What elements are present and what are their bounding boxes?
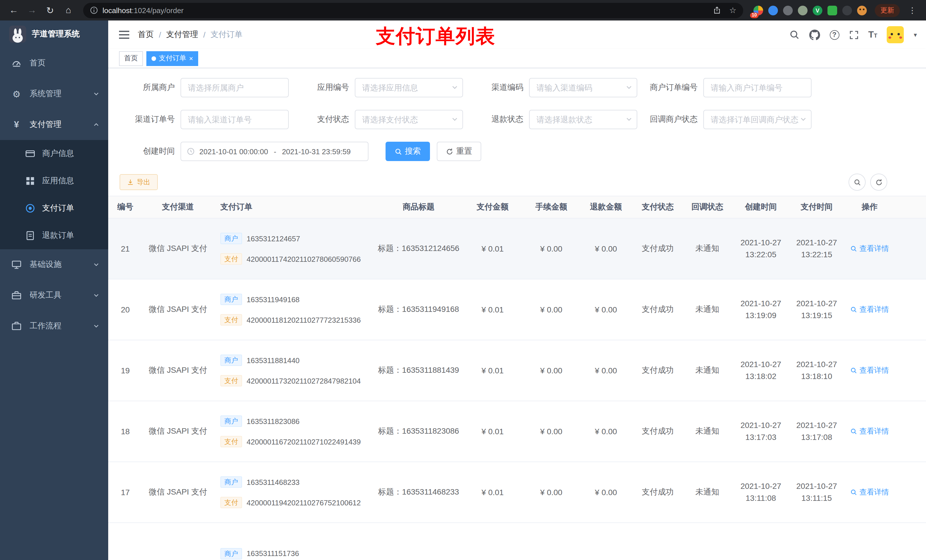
search-button[interactable]: 搜索 <box>386 142 430 161</box>
sidebar-item-system[interactable]: ⚙ 系统管理 <box>0 78 108 109</box>
refresh-table-button[interactable] <box>870 174 887 191</box>
hamburger-icon[interactable] <box>118 29 130 41</box>
user-avatar[interactable] <box>887 26 904 43</box>
view-detail-link[interactable]: 查看详情 <box>850 305 889 315</box>
filter-label: 创建时间 <box>123 146 180 157</box>
pay-time-cell: 2021-10-2713:17:08 <box>789 401 844 462</box>
view-detail-label: 查看详情 <box>859 244 889 254</box>
caret-down-icon[interactable]: ▾ <box>914 31 917 38</box>
extension-icon[interactable] <box>798 5 808 15</box>
browser-back-icon[interactable]: ← <box>6 2 22 18</box>
sidebar-item-pay-order[interactable]: 支付订单 <box>0 195 108 222</box>
create-time-cell: 2021-10-2713:11:08 <box>732 462 789 522</box>
sidebar-item-infrastructure[interactable]: 基础设施 <box>0 249 108 280</box>
sidebar-item-dev-tools[interactable]: 研发工具 <box>0 280 108 311</box>
channel-code-select[interactable] <box>529 78 637 97</box>
github-icon[interactable] <box>809 29 820 40</box>
share-icon[interactable] <box>713 6 721 14</box>
browser-menu-icon[interactable]: ⋮ <box>904 2 920 18</box>
merchant-order-no: 1635311949168 <box>247 295 300 303</box>
site-info-icon[interactable] <box>90 6 98 14</box>
sidebar-item-label: 支付订单 <box>42 203 74 213</box>
help-icon[interactable]: ? <box>829 30 839 39</box>
extension-icon[interactable]: 10 <box>754 5 763 15</box>
merchant-order-no-input[interactable] <box>703 78 811 97</box>
channel-order-no-input[interactable] <box>180 110 289 129</box>
col-header-notify: 回调状态 <box>682 196 732 218</box>
breadcrumb-item[interactable]: 首页 <box>138 30 154 40</box>
sidebar-item-home[interactable]: 首页 <box>0 48 108 78</box>
hide-search-button[interactable] <box>849 174 865 191</box>
url-bar[interactable]: localhost:1024/pay/order ☆ <box>83 3 743 18</box>
sidebar-item-merchant-info[interactable]: 商户信息 <box>0 140 108 167</box>
extension-icon[interactable] <box>783 5 793 15</box>
extension-icon[interactable] <box>768 5 778 15</box>
view-detail-link[interactable]: 查看详情 <box>850 365 889 376</box>
refund-amount: ¥ 0.00 <box>579 279 633 340</box>
actions-cell: 查看详情 <box>844 340 895 401</box>
view-detail-link[interactable]: 查看详情 <box>850 244 889 254</box>
extension-icon[interactable] <box>828 5 837 15</box>
pay-tag: 支付 <box>220 436 242 447</box>
url-host: localhost <box>103 6 132 15</box>
actions-cell: 查看详情 <box>844 279 895 340</box>
view-detail-link[interactable]: 查看详情 <box>850 426 889 436</box>
create-time-cell: 2021-10-2713:17:03 <box>732 401 789 462</box>
pay-date: 2021-10-27 <box>796 480 837 492</box>
product-title: 标题：1635311949168 <box>376 279 461 340</box>
pay-order-cell: 商户1635311881440 支付4200001173202110272847… <box>213 340 376 401</box>
export-button[interactable]: 导出 <box>120 174 158 190</box>
pay-channel: 微信 JSAPI 支付 <box>142 279 213 340</box>
sidebar-item-app-info[interactable]: 应用信息 <box>0 167 108 195</box>
browser-home-icon[interactable]: ⌂ <box>61 2 76 18</box>
extension-icon[interactable]: V <box>813 5 822 15</box>
date-end: 2021-10-31 23:59:59 <box>282 147 351 155</box>
bookmark-star-icon[interactable]: ☆ <box>729 6 736 15</box>
pay-time: 13:11:15 <box>796 492 837 504</box>
search-icon[interactable] <box>789 30 799 40</box>
table-header: 编号 支付渠道 支付订单 商品标题 支付金额 手续金额 退款金额 支付状态 回调… <box>108 196 926 219</box>
pay-status-select[interactable] <box>355 110 463 129</box>
notify-status: 未通知 <box>682 279 732 340</box>
view-detail-link[interactable]: 查看详情 <box>850 487 889 497</box>
owner-merchant-input[interactable] <box>180 78 289 97</box>
target-circle-icon <box>25 203 35 213</box>
reset-button[interactable]: 重置 <box>437 142 481 161</box>
create-time-range-picker[interactable]: 2021-10-01 00:00:00 - 2021-10-31 23:59:5… <box>180 142 368 161</box>
briefcase-icon <box>11 321 22 331</box>
col-header-pay-order: 支付订单 <box>213 196 376 218</box>
sidebar-item-workflow[interactable]: 工作流程 <box>0 311 108 341</box>
extension-icon[interactable] <box>842 5 852 15</box>
pay-tag: 支付 <box>220 497 242 508</box>
pay-channel: 微信 JSAPI 支付 <box>142 401 213 462</box>
app-no-select[interactable] <box>355 78 463 97</box>
document-icon <box>25 231 35 241</box>
browser-forward-icon[interactable]: → <box>24 2 40 18</box>
breadcrumb-item[interactable]: 支付管理 <box>166 30 198 40</box>
create-date: 2021-10-27 <box>740 237 781 249</box>
font-size-icon[interactable]: TT <box>868 30 877 40</box>
col-header-create-time: 创建时间 <box>732 196 789 218</box>
fullscreen-icon[interactable] <box>849 30 858 39</box>
tab-pay-order[interactable]: 支付订单 × <box>146 51 198 66</box>
merchant-order-no: 1635312124657 <box>247 234 300 243</box>
extension-icon[interactable] <box>857 5 867 15</box>
tab-close-icon[interactable]: × <box>189 55 193 62</box>
page-annotation: 支付订单列表 <box>376 23 495 50</box>
pay-date: 2021-10-27 <box>796 420 837 432</box>
pay-channel <box>142 523 213 560</box>
sidebar-item-payment[interactable]: ¥ 支付管理 <box>0 109 108 140</box>
callback-status-select[interactable] <box>703 110 811 129</box>
pay-time-cell: 2021-10-2713:22:15 <box>789 219 844 279</box>
col-header-amount: 支付金额 <box>461 196 524 218</box>
tab-home[interactable]: 首页 <box>119 51 143 66</box>
pay-order-cell: 商户1635311468233 支付4200001194202110276752… <box>213 462 376 522</box>
chevron-down-icon <box>94 323 99 329</box>
pay-status: 支付成功 <box>633 340 682 401</box>
pay-status: 支付成功 <box>633 401 682 462</box>
fee-amount: ¥ 0.00 <box>524 401 579 462</box>
refund-status-select[interactable] <box>529 110 637 129</box>
browser-update-button[interactable]: 更新 <box>875 4 900 17</box>
browser-reload-icon[interactable]: ↻ <box>42 2 58 18</box>
sidebar-item-refund-order[interactable]: 退款订单 <box>0 222 108 249</box>
